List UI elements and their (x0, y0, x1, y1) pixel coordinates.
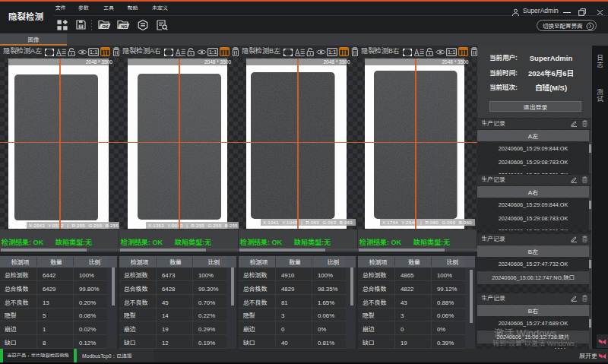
svg-text:OK: OK (102, 24, 108, 29)
svg-text:1:1: 1:1 (448, 49, 455, 55)
svg-text:1:1: 1:1 (209, 49, 217, 55)
svg-text:1:1: 1:1 (90, 49, 97, 55)
svg-text:NG: NG (121, 24, 127, 29)
svg-text:1:1: 1:1 (328, 49, 336, 55)
